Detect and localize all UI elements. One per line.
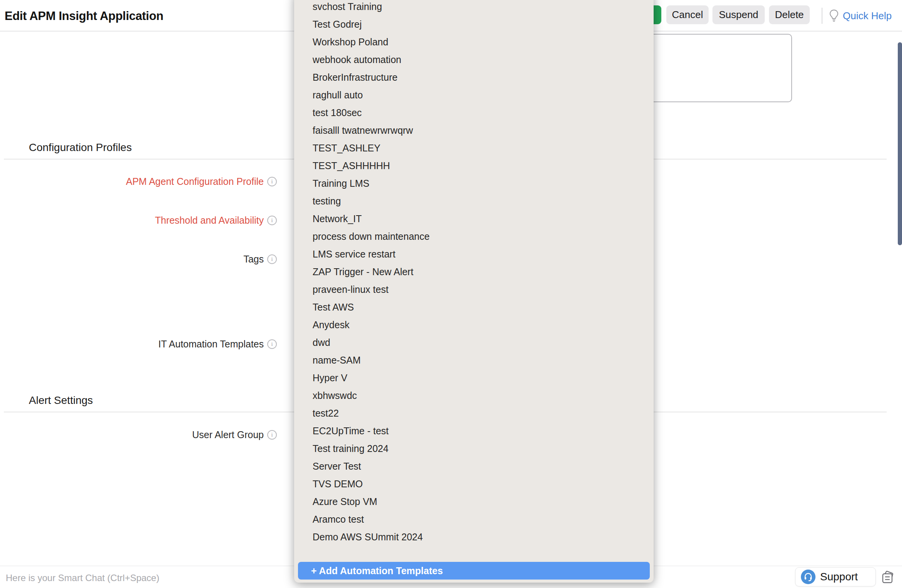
apm-agent-configuration-profile-label: APM Agent Configuration Profile [126,176,264,187]
dropdown-item[interactable]: TEST_ASHLEY [294,139,654,157]
field-row-tags: Tags i [0,252,277,266]
dropdown-item[interactable]: Aramco test [294,510,654,528]
dropdown-item-list: svchost Training Test Godrej Workshop Po… [294,0,654,546]
add-automation-templates-button[interactable]: + Add Automation Templates [298,562,650,580]
dropdown-item[interactable]: Server Test [294,457,654,475]
quick-help-link[interactable]: Quick Help [829,9,892,22]
dropdown-item[interactable]: faisalll twatnewrwrwqrw [294,121,654,139]
dropdown-item[interactable]: Network_IT [294,210,654,228]
section-heading-configuration-profiles: Configuration Profiles [29,141,132,154]
section-heading-alert-settings: Alert Settings [29,394,93,407]
dropdown-item[interactable]: Hyper V [294,369,654,387]
dropdown-item[interactable]: testing [294,192,654,210]
info-icon[interactable]: i [267,254,277,264]
dropdown-item[interactable]: ZAP Trigger - New Alert [294,263,654,281]
dropdown-item[interactable]: LMS service restart [294,245,654,263]
dropdown-item[interactable]: test22 [294,404,654,422]
headset-icon [801,570,815,584]
cancel-button[interactable]: Cancel [666,5,709,24]
dropdown-item[interactable]: Test training 2024 [294,440,654,457]
page-title: Edit APM Insight Application [5,9,163,23]
support-button[interactable]: Support [795,567,876,586]
info-icon[interactable]: i [267,430,277,440]
dropdown-item[interactable]: praveen-linux test [294,281,654,298]
tags-label: Tags [243,254,264,265]
dropdown-item[interactable]: dwd [294,334,654,351]
dropdown-item[interactable]: TEST_ASHHHHH [294,157,654,174]
dropdown-item[interactable]: process down maintenance [294,228,654,245]
dropdown-item[interactable]: name-SAM [294,351,654,369]
it-automation-templates-dropdown: svchost Training Test Godrej Workshop Po… [294,0,654,583]
support-label: Support [820,571,858,583]
dropdown-item[interactable]: Test AWS [294,298,654,316]
user-alert-group-label: User Alert Group [192,429,264,440]
field-row-threshold-and-availability: Threshold and Availability i [0,214,277,227]
dropdown-item[interactable]: Workshop Poland [294,33,654,51]
dropdown-item[interactable]: Anydesk [294,316,654,334]
page-scrollbar-thumb[interactable] [898,42,902,245]
dropdown-item[interactable]: Azure Stop VM [294,493,654,510]
field-row-user-alert-group: User Alert Group i [0,428,277,441]
dropdown-item[interactable]: test 180sec [294,104,654,121]
delete-button[interactable]: Delete [769,5,810,24]
dropdown-item[interactable]: TVS DEMO [294,475,654,493]
smart-chat-input[interactable]: Here is your Smart Chat (Ctrl+Space) [6,573,159,583]
dropdown-item[interactable]: raghull auto [294,86,654,104]
info-icon[interactable]: i [267,177,277,186]
field-row-apm-agent-configuration-profile: APM Agent Configuration Profile i [0,175,277,188]
dropdown-item[interactable]: Demo AWS SUmmit 2024 [294,528,654,546]
info-icon[interactable]: i [267,339,277,349]
dropdown-item[interactable]: Training LMS [294,174,654,192]
dropdown-item[interactable]: svchost Training [294,0,654,15]
suspend-button[interactable]: Suspend [712,5,765,24]
edit-apm-insight-application-screen: Edit APM Insight Application Cancel Susp… [0,0,902,588]
field-row-it-automation-templates: IT Automation Templates i [0,337,277,350]
dropdown-item[interactable]: Test Godrej [294,15,654,33]
dropdown-item[interactable]: BrokerInfrastructure [294,68,654,86]
chat-transcript-icon[interactable] [881,571,895,584]
threshold-and-availability-label: Threshold and Availability [155,215,264,226]
dropdown-item[interactable]: EC2UpTime - test [294,422,654,440]
it-automation-templates-label: IT Automation Templates [158,339,264,350]
lightbulb-icon [829,9,839,22]
header-divider [822,8,822,24]
dropdown-item[interactable]: xbhwswdc [294,387,654,404]
quick-help-label: Quick Help [843,10,892,22]
dropdown-item[interactable]: webhook automation [294,51,654,68]
info-icon[interactable]: i [267,216,277,225]
